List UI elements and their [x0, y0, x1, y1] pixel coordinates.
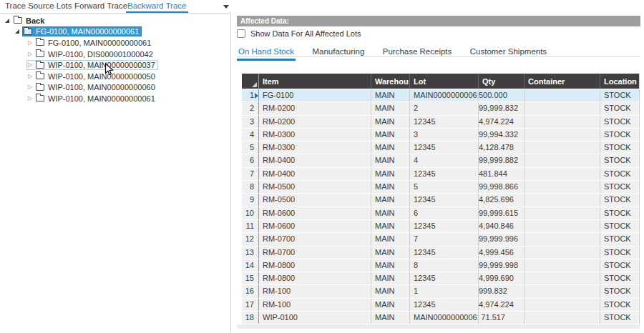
table-row[interactable]: 13 RM-0700 MAIN 12345 4,999.456 STOCK: [242, 247, 640, 259]
table-row[interactable]: 11 RM-0600 MAIN 12345 4,940.846 STOCK: [242, 220, 640, 233]
cell-qty[interactable]: 4,999.456: [479, 247, 525, 259]
cell-item[interactable]: RM-0400: [259, 168, 371, 180]
collapse-arrow-icon[interactable]: ▷: [28, 51, 36, 57]
cell-item[interactable]: RM-0600: [259, 207, 371, 219]
cell-lot[interactable]: 12345: [410, 272, 479, 284]
table-row[interactable]: 2 RM-0200 MAIN 2 99,999.832 STOCK: [242, 102, 640, 115]
cell-warehouse[interactable]: MAIN: [371, 141, 410, 154]
cell-qty[interactable]: 481.844: [479, 168, 525, 180]
cell-container[interactable]: [525, 299, 600, 311]
cell-qty[interactable]: 99,999.882: [479, 154, 525, 166]
collapse-arrow-icon[interactable]: ▷: [28, 40, 36, 46]
table-row[interactable]: 16 RM-100 MAIN 1 999.832 STOCK: [242, 285, 640, 298]
expand-arrow-icon[interactable]: [15, 29, 23, 34]
cell-container[interactable]: [525, 89, 600, 101]
cell-warehouse[interactable]: MAIN: [371, 299, 410, 311]
cell-container[interactable]: [525, 194, 600, 206]
cell-qty[interactable]: 4,940.846: [479, 220, 525, 232]
cell-lot[interactable]: 12345: [410, 141, 479, 154]
cell-location[interactable]: STOCK: [600, 116, 640, 128]
cell-container[interactable]: [525, 220, 600, 232]
cell-item[interactable]: RM-0400: [259, 154, 371, 166]
cell-location[interactable]: STOCK: [600, 102, 640, 114]
row-number-cell[interactable]: 2: [242, 102, 259, 114]
cell-lot[interactable]: MAIN00000000061: [410, 89, 479, 101]
collapse-arrow-icon[interactable]: ▷: [28, 74, 36, 79]
cell-qty[interactable]: 99,999.615: [479, 207, 525, 219]
cell-warehouse[interactable]: MAIN: [371, 259, 410, 272]
cell-lot[interactable]: 6: [410, 207, 479, 219]
cell-lot[interactable]: 7: [410, 233, 479, 245]
cell-location[interactable]: STOCK: [600, 89, 640, 101]
cell-warehouse[interactable]: MAIN: [371, 247, 410, 259]
cell-warehouse[interactable]: MAIN: [371, 116, 410, 128]
cell-warehouse[interactable]: MAIN: [371, 207, 410, 219]
cell-location[interactable]: STOCK: [600, 220, 640, 232]
cell-location[interactable]: STOCK: [600, 299, 640, 311]
cell-container[interactable]: [525, 285, 600, 297]
row-number-cell[interactable]: 15: [242, 272, 259, 284]
column-header-container[interactable]: Container: [525, 74, 600, 89]
cell-lot[interactable]: 5: [410, 181, 479, 193]
table-row[interactable]: 8 RM-0500 MAIN 5 99,998.866 STOCK: [242, 181, 640, 194]
row-number-cell[interactable]: 12: [242, 233, 259, 245]
collapse-arrow-icon[interactable]: ▷: [28, 96, 36, 101]
cell-lot[interactable]: 12345: [410, 168, 479, 180]
table-row[interactable]: 5 RM-0300 MAIN 12345 4,128.478 STOCK: [242, 141, 640, 154]
row-number-cell[interactable]: 1: [242, 89, 259, 101]
cell-container[interactable]: [525, 154, 600, 166]
cell-warehouse[interactable]: MAIN: [371, 89, 410, 101]
row-number-cell[interactable]: 5: [242, 141, 259, 154]
cell-container[interactable]: [525, 129, 600, 141]
cell-container[interactable]: [525, 233, 600, 245]
collapse-arrow-icon[interactable]: ▷: [28, 84, 36, 90]
cell-location[interactable]: STOCK: [600, 312, 640, 324]
cell-item[interactable]: FG-0100: [259, 89, 371, 101]
cell-item[interactable]: RM-0200: [259, 116, 371, 128]
cell-container[interactable]: [525, 272, 600, 284]
row-number-cell[interactable]: 16: [242, 285, 259, 297]
cell-lot[interactable]: 12345: [410, 247, 479, 259]
cell-warehouse[interactable]: MAIN: [371, 285, 410, 297]
cell-warehouse[interactable]: MAIN: [371, 154, 410, 166]
expand-arrow-icon[interactable]: [5, 19, 13, 23]
panel-divider[interactable]: [230, 13, 231, 333]
cell-item[interactable]: RM-0600: [259, 220, 371, 232]
tab-trace-source-lots[interactable]: Trace Source Lots: [5, 1, 72, 10]
cell-qty[interactable]: 99,999.998: [479, 259, 525, 272]
cell-location[interactable]: STOCK: [600, 285, 640, 297]
cell-warehouse[interactable]: MAIN: [371, 181, 410, 193]
row-number-cell[interactable]: 8: [242, 181, 259, 193]
table-row[interactable]: 9 RM-0500 MAIN 12345 4,825.696 STOCK: [242, 194, 640, 207]
cell-qty[interactable]: 99,994.332: [479, 129, 525, 141]
tab-on-hand-stock[interactable]: On Hand Stock: [237, 47, 296, 61]
cell-container[interactable]: [525, 259, 600, 272]
cell-qty[interactable]: 99,998.866: [479, 181, 525, 193]
column-header-item[interactable]: Item: [259, 74, 371, 89]
cell-qty[interactable]: 500.000: [479, 89, 525, 101]
cell-warehouse[interactable]: MAIN: [371, 272, 410, 284]
cell-location[interactable]: STOCK: [600, 154, 640, 166]
cell-container[interactable]: [525, 116, 600, 128]
cell-warehouse[interactable]: MAIN: [371, 168, 410, 180]
tree-item[interactable]: ▷ WIP-0100, MAIN00000000050: [0, 71, 229, 82]
table-row[interactable]: 3 RM-0200 MAIN 12345 4,974.224 STOCK: [242, 116, 640, 129]
cell-lot[interactable]: 1: [410, 285, 479, 297]
cell-lot[interactable]: 8: [410, 259, 479, 272]
tree-item-selected[interactable]: FG-0100, MAIN00000000061: [0, 26, 229, 38]
cell-qty[interactable]: 99,999.832: [479, 102, 525, 114]
caret-down-icon[interactable]: [223, 5, 229, 9]
table-row[interactable]: 18 WIP-0100 MAIN MAIN00000000061 71.517 …: [242, 312, 640, 324]
tree-item[interactable]: ▷ WIP-0100, DIS000001000042: [0, 49, 229, 60]
cell-item[interactable]: RM-0700: [259, 247, 371, 259]
select-all-header[interactable]: [242, 74, 259, 89]
cell-lot[interactable]: 12345: [410, 220, 479, 232]
cell-location[interactable]: STOCK: [600, 259, 640, 272]
cell-qty[interactable]: 4,825.696: [479, 194, 525, 206]
cell-warehouse[interactable]: MAIN: [371, 102, 410, 114]
column-header-warehouse[interactable]: Warehouse: [371, 74, 410, 89]
table-row[interactable]: 12 RM-0700 MAIN 7 99,999.996 STOCK: [242, 233, 640, 246]
show-all-lots-checkbox[interactable]: [237, 29, 245, 38]
row-number-cell[interactable]: 17: [242, 299, 259, 311]
cell-lot[interactable]: 12345: [410, 299, 479, 311]
